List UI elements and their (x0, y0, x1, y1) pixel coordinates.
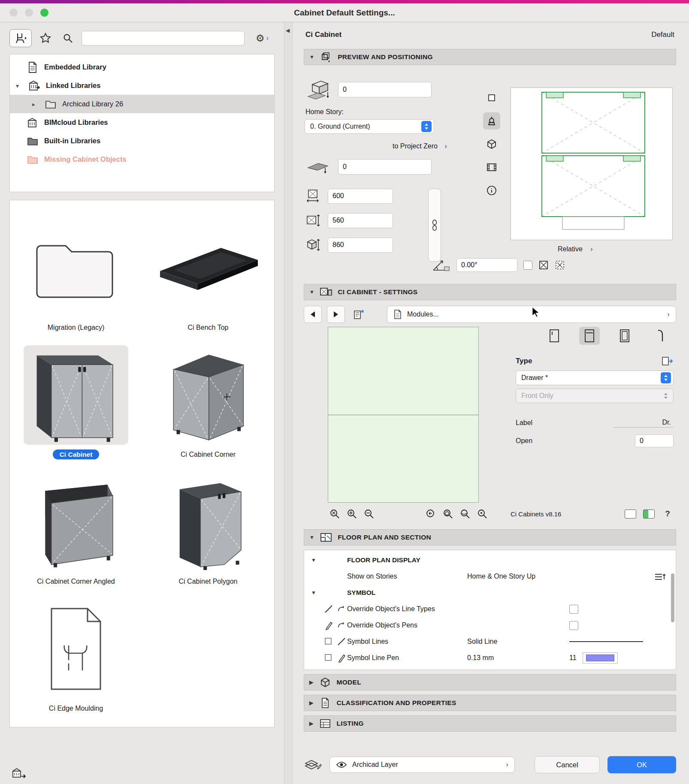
previous-page-button[interactable] (304, 306, 322, 323)
settings-menu-button[interactable]: ⚙ › (250, 30, 275, 47)
default-ui-page-icon[interactable] (625, 510, 636, 519)
disclosure-down-icon[interactable]: ▼ (304, 557, 347, 563)
floor-plan-display-header: FLOOR PLAN DISPLAY (347, 556, 676, 564)
preview-positioning-body: Home Story: 0. Ground (Current) to Proje… (304, 65, 676, 280)
library-manager-button[interactable] (11, 767, 27, 780)
relative-row[interactable]: Relative › (558, 244, 596, 254)
next-page-button[interactable] (327, 306, 345, 323)
section-classification-properties[interactable]: ▶ CLASSIFICATION AND PROPERTIES (304, 695, 676, 711)
zoom-out-button[interactable] (360, 506, 378, 522)
tree-item-linked-libraries[interactable]: ▾ Linked Libraries (10, 76, 274, 95)
apply-to-all-icon[interactable] (662, 356, 674, 366)
tree-item-built-in-libraries[interactable]: Built-in Libraries (10, 132, 274, 150)
preview-animation-button[interactable] (483, 159, 500, 176)
zoom-in-button[interactable] (343, 506, 360, 522)
depth-input[interactable] (328, 213, 393, 228)
chevron-right-icon: › (667, 310, 670, 319)
orbit-button[interactable] (456, 506, 474, 522)
favorites-button[interactable] (37, 29, 54, 47)
zoom-window-button[interactable] (40, 9, 48, 17)
object-item-ci-cabinet-corner[interactable]: Ci Cabinet Corner (142, 345, 274, 472)
front-type-select[interactable]: Drawer * (516, 371, 674, 385)
zoom-previous-button[interactable] (422, 506, 439, 522)
width-input[interactable] (328, 189, 393, 204)
chevron-right-icon[interactable]: › (441, 142, 450, 151)
section-floor-plan[interactable]: ▼ FLOOR PLAN AND SECTION (304, 529, 676, 546)
home-story-select[interactable]: 0. Ground (Current) (305, 119, 434, 134)
reference-level-row[interactable]: to Project Zero › (305, 142, 450, 151)
line-type-preview[interactable] (569, 641, 643, 642)
object-item-ci-cabinet[interactable]: Ci Cabinet (10, 345, 142, 472)
rotation-angle-input[interactable] (456, 258, 517, 272)
object-item-ci-cabinet-polygon[interactable]: Ci Cabinet Polygon (142, 472, 274, 599)
tab-panels-icon[interactable] (614, 327, 635, 345)
height-to-story-input[interactable] (338, 82, 432, 97)
ok-button[interactable]: OK (607, 756, 676, 773)
drawer-label-value[interactable]: Dr. (613, 418, 674, 428)
collapse-panel-icon[interactable]: ◀ (286, 27, 290, 33)
tab-fronts-icon[interactable] (579, 327, 600, 345)
chevron-right-icon[interactable]: › (587, 244, 596, 254)
search-button[interactable] (59, 29, 76, 47)
show-on-stories-value[interactable]: Home & One Story Up (467, 573, 569, 580)
preview-2d-symbol-button[interactable] (483, 89, 500, 106)
anchor-box-dashed-icon[interactable] (555, 260, 565, 270)
override-pens-checkbox[interactable] (569, 621, 578, 630)
tree-item-missing-cabinet-objects[interactable]: Missing Cabinet Objects (10, 150, 274, 169)
object-label: Ci Edge Moulding (49, 705, 103, 712)
library-search-input[interactable] (82, 31, 245, 45)
transfer-settings-button[interactable] (350, 306, 368, 323)
preview-notes-button[interactable] (483, 182, 500, 199)
object-item-ci-bench-top[interactable]: Ci Bench Top (142, 218, 274, 345)
tree-item-archicad-library-26[interactable]: ▸ Archicad Library 26 (10, 95, 274, 113)
drawer-divider-line (328, 415, 478, 415)
section-title: CLASSIFICATION AND PROPERTIES (337, 699, 456, 707)
section-ci-cabinet-settings[interactable]: ▼ CI CABINET - SETTINGS (304, 284, 676, 300)
tree-item-bimcloud-libraries[interactable]: BIMcloud Libraries (10, 113, 274, 132)
layer-select[interactable]: Archicad Layer › (329, 757, 515, 773)
custom-ui-page-icon[interactable] (643, 510, 655, 519)
disclosure-down-icon[interactable]: ▼ (304, 590, 347, 596)
pen-color-swatch[interactable] (583, 652, 618, 663)
tab-handles-icon[interactable] (650, 327, 670, 345)
chevron-right-icon[interactable]: ▸ (32, 101, 39, 108)
help-button[interactable]: ? (662, 509, 674, 519)
uniform-line-checkbox-icon[interactable] (324, 637, 333, 646)
mirror-checkbox[interactable] (523, 261, 532, 270)
cancel-button[interactable]: Cancel (535, 756, 600, 773)
stories-icon[interactable] (654, 572, 666, 581)
section-listing[interactable]: ▶ LISTING (304, 715, 676, 732)
folder-thumbnail (24, 218, 128, 318)
tree-item-embedded-library[interactable]: Embedded Library (10, 58, 274, 76)
object-browser-button[interactable] (9, 29, 32, 47)
uniform-pen-checkbox-icon[interactable] (324, 653, 333, 663)
object-item-migration-legacy[interactable]: Migration (Legacy) (10, 218, 142, 345)
panel-divider[interactable]: ◀ (284, 22, 293, 784)
fit-in-window-button[interactable] (326, 506, 343, 522)
drawer-open-input[interactable] (635, 434, 674, 447)
link-dimensions-toggle[interactable] (428, 189, 441, 262)
scrollbar-thumb[interactable] (671, 573, 674, 622)
height-input[interactable] (328, 238, 393, 253)
tab-carcass-icon[interactable] (544, 327, 565, 345)
object-item-ci-edge-moulding[interactable]: Ci Edge Moulding (10, 599, 142, 726)
document-icon (26, 62, 39, 73)
chevron-down-icon[interactable]: ▾ (16, 82, 23, 89)
cabinet-front-canvas[interactable] (328, 327, 479, 503)
plan-preview[interactable] (511, 87, 673, 240)
look-to-button[interactable] (474, 506, 491, 522)
close-window-button[interactable] (9, 9, 18, 17)
offset-to-zero-input[interactable] (338, 159, 432, 175)
minimize-window-button[interactable] (25, 9, 33, 17)
object-item-ci-cabinet-corner-angled[interactable]: Ci Cabinet Corner Angled (10, 472, 142, 599)
preview-plan-view-button[interactable] (483, 112, 500, 130)
override-line-types-checkbox[interactable] (569, 605, 578, 614)
show-on-stories-row[interactable]: Show on Stories Home & One Story Up (304, 568, 676, 585)
section-preview-positioning[interactable]: ▼ PREVIEW AND POSITIONING (304, 49, 676, 65)
section-model[interactable]: ▶ MODEL (304, 674, 676, 691)
zoom-window-button[interactable] (439, 506, 456, 522)
anchor-box-icon[interactable] (538, 260, 549, 270)
preview-3d-view-button[interactable] (483, 136, 500, 153)
line-sample-icon (337, 637, 346, 646)
symbol-lines-value[interactable]: Solid Line (467, 638, 569, 645)
